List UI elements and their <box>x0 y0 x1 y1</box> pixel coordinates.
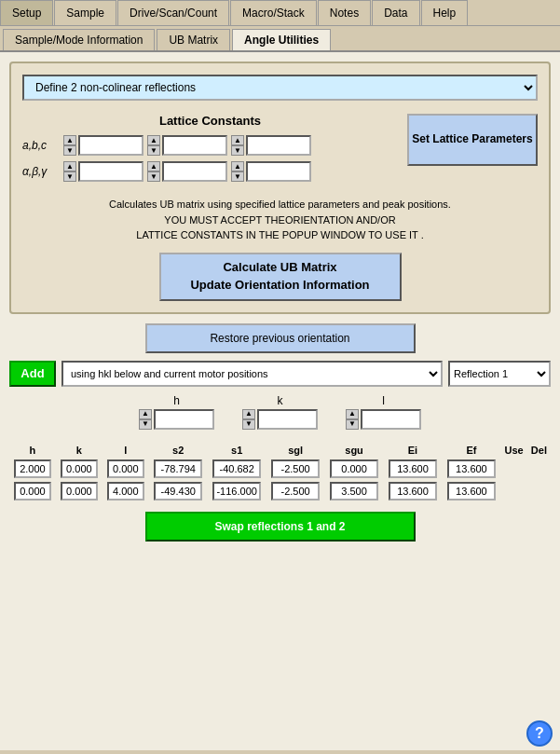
spin-c: ▲ ▼ 11.7320 <box>231 135 311 156</box>
menu-drive-scan-count[interactable]: Drive/Scan/Count <box>117 0 229 25</box>
help-icon[interactable]: ? <box>526 720 553 747</box>
tab-angle-utilities[interactable]: Angle Utilities <box>232 29 331 50</box>
col-header-del: Del <box>527 443 551 458</box>
calculate-ub-matrix-button[interactable]: Calculate UB Matrix Update Orientation I… <box>159 253 402 301</box>
spin-c-buttons: ▲ ▼ <box>231 135 244 156</box>
menu-sample[interactable]: Sample <box>54 0 116 25</box>
spin-gamma: ▲ ▼ 90.0000 <box>231 161 311 182</box>
table-cell-r0-s2[interactable] <box>154 459 202 478</box>
lattice-row-abg: α,β,γ ▲ ▼ 90.0000 ▲ ▼ 90.0000 <box>22 161 398 182</box>
table-cell-r0-k[interactable] <box>61 459 98 478</box>
spin-k-down[interactable]: ▼ <box>242 419 255 430</box>
table-cell-r0-h[interactable] <box>14 459 51 478</box>
input-c[interactable]: 11.7320 <box>246 135 311 156</box>
table-cell-r0-Ef[interactable] <box>447 459 496 478</box>
add-row: Add using hkl below and current motor po… <box>9 361 551 387</box>
calc-btn-line1: Calculate UB Matrix <box>223 260 336 274</box>
input-alpha[interactable]: 90.0000 <box>78 161 143 182</box>
table-cell-r1-sgu[interactable] <box>330 482 378 500</box>
spin-c-up[interactable]: ▲ <box>231 135 244 145</box>
hkl-l-spin: ▲ ▼ 0.000 <box>346 409 421 430</box>
spin-k-buttons: ▲ ▼ <box>242 409 255 430</box>
menu-bar: Setup Sample Drive/Scan/Count Macro/Stac… <box>0 0 560 26</box>
col-header-l: l <box>102 443 149 458</box>
reflection-mode-select[interactable]: Define 2 non-colinear reflections Define… <box>22 75 538 101</box>
restore-orientation-button[interactable]: Restore previous orientation <box>145 323 416 353</box>
input-a[interactable]: 3.8643 <box>78 135 143 156</box>
menu-help[interactable]: Help <box>421 0 469 25</box>
table-cell-r0-Ei[interactable] <box>389 459 437 478</box>
table-cell-r1-h[interactable] <box>14 482 51 500</box>
table-cell-r1-s1[interactable] <box>212 482 261 500</box>
col-header-use: Use <box>500 443 526 458</box>
spin-b: ▲ ▼ 3.8643 <box>147 135 227 156</box>
dropdown-row: Define 2 non-colinear reflections Define… <box>22 75 538 101</box>
table-cell-r1-s2[interactable] <box>154 482 202 500</box>
spin-beta-buttons: ▲ ▼ <box>147 161 160 182</box>
spin-alpha: ▲ ▼ 90.0000 <box>63 161 143 182</box>
input-h[interactable]: 1.000 <box>154 409 214 430</box>
table-cell-r0-Del <box>527 458 551 480</box>
add-button[interactable]: Add <box>9 361 56 387</box>
hkl-h: h ▲ ▼ 1.000 <box>139 394 214 430</box>
spin-gamma-up[interactable]: ▲ <box>231 161 244 171</box>
table-cell-r0-sgu[interactable] <box>330 459 378 478</box>
input-beta[interactable]: 90.0000 <box>162 161 227 182</box>
lattice-inputs: Lattice Constants a,b,c ▲ ▼ 3.8643 ▲ <box>22 114 398 187</box>
spin-h-down[interactable]: ▼ <box>139 419 152 430</box>
input-b[interactable]: 3.8643 <box>162 135 227 156</box>
input-gamma[interactable]: 90.0000 <box>246 161 311 182</box>
tab-ub-matrix[interactable]: UB Matrix <box>157 29 230 50</box>
menu-data[interactable]: Data <box>372 0 419 25</box>
table-cell-r1-k[interactable] <box>61 482 98 500</box>
table-cell-r1-Ef[interactable] <box>447 482 496 500</box>
spin-a-down[interactable]: ▼ <box>63 145 76 156</box>
menu-setup[interactable]: Setup <box>0 0 53 25</box>
main-content: Define 2 non-colinear reflections Define… <box>0 52 560 750</box>
set-lattice-button[interactable]: Set Lattice Parameters <box>407 114 538 166</box>
tab-sample-mode-info[interactable]: Sample/Mode Information <box>3 29 155 50</box>
input-k[interactable]: 0.000 <box>257 409 318 430</box>
spin-beta-down[interactable]: ▼ <box>147 171 160 182</box>
reflection-table: h k l s2 s1 sgl sgu Ei Ef Use Del <box>9 443 551 502</box>
spin-a-up[interactable]: ▲ <box>63 135 76 145</box>
hkl-label-h: h <box>173 394 180 407</box>
spin-alpha-down[interactable]: ▼ <box>63 171 76 182</box>
spin-b-up[interactable]: ▲ <box>147 135 160 145</box>
spin-gamma-down[interactable]: ▼ <box>231 171 244 182</box>
menu-macro-stack[interactable]: Macro/Stack <box>230 0 317 25</box>
input-l[interactable]: 0.000 <box>361 409 421 430</box>
table-row <box>9 480 551 502</box>
table-cell-r0-s1[interactable] <box>212 459 261 478</box>
spin-h-up[interactable]: ▲ <box>139 409 152 419</box>
table-cell-r1-Use <box>500 480 526 502</box>
table-row <box>9 458 551 480</box>
lattice-title: Lattice Constants <box>22 114 398 128</box>
table-cell-r1-l[interactable] <box>107 482 144 500</box>
table-cell-r0-l[interactable] <box>107 459 144 478</box>
spin-alpha-up[interactable]: ▲ <box>63 161 76 171</box>
spin-beta: ▲ ▼ 90.0000 <box>147 161 227 182</box>
spin-l-up[interactable]: ▲ <box>346 409 359 419</box>
spin-c-down[interactable]: ▼ <box>231 145 244 156</box>
col-header-ef: Ef <box>442 443 500 458</box>
hkl-label-k: k <box>278 394 283 407</box>
mode-select[interactable]: using hkl below and current motor positi… <box>61 361 443 387</box>
reflection-number-select[interactable]: Reflection 1 Reflection 2 <box>448 361 551 387</box>
lattice-label-abc: a,b,c <box>22 139 63 152</box>
table-cell-r1-sgl[interactable] <box>271 482 320 500</box>
info-text: Calculates UB matrix using specified lat… <box>22 197 538 243</box>
table-cell-r0-sgl[interactable] <box>271 459 320 478</box>
lattice-section: Lattice Constants a,b,c ▲ ▼ 3.8643 ▲ <box>22 114 538 187</box>
table-cell-r1-Ei[interactable] <box>389 482 437 500</box>
menu-notes[interactable]: Notes <box>318 0 371 25</box>
spin-alpha-buttons: ▲ ▼ <box>63 161 76 182</box>
spin-l-down[interactable]: ▼ <box>346 419 359 430</box>
table-cell-r1-Del <box>527 480 551 502</box>
spin-b-buttons: ▲ ▼ <box>147 135 160 156</box>
spin-a-buttons: ▲ ▼ <box>63 135 76 156</box>
spin-b-down[interactable]: ▼ <box>147 145 160 156</box>
swap-reflections-button[interactable]: Swap reflections 1 and 2 <box>145 512 416 542</box>
spin-k-up[interactable]: ▲ <box>242 409 255 419</box>
spin-beta-up[interactable]: ▲ <box>147 161 160 171</box>
